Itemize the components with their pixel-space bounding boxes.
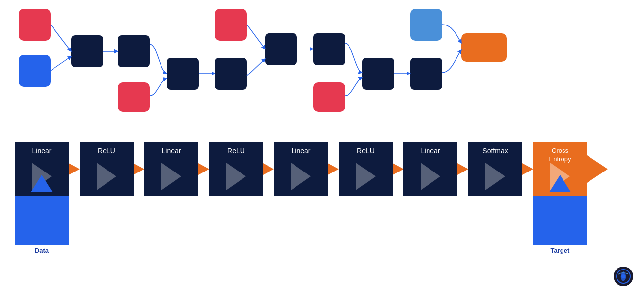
data-block [15,196,69,245]
svg-rect-11 [362,58,394,90]
target-label: Target [533,247,587,254]
arrow-right-icon [134,163,144,175]
svg-rect-3 [118,35,150,67]
input-indicator-icon [549,175,571,192]
svg-rect-2 [71,35,103,67]
arrow-icon [291,163,311,190]
pipeline-section: Linear Data ReLU Linear ReLU [0,127,644,295]
svg-rect-0 [19,9,51,41]
wandb-logo [613,266,634,287]
arrow-icon [226,163,246,190]
linear4-block: Linear [403,142,457,196]
arrow-right-icon [69,163,80,175]
cross-entropy-label: CrossEntropy [549,147,571,164]
data-label: Data [15,247,69,254]
svg-rect-10 [313,82,345,112]
svg-rect-14 [461,33,507,62]
linear1-block: Linear [15,142,69,196]
arrow-icon [161,163,181,190]
relu3-label: ReLU [357,147,375,155]
connector4 [263,142,274,196]
arrow-icon [356,163,376,190]
linear1-label: Linear [32,147,52,155]
connector2 [134,142,144,196]
svg-rect-9 [313,33,345,65]
softmax-label: Sotfmax [483,147,508,155]
arrow-icon [485,163,505,190]
svg-rect-5 [167,58,199,90]
arrow-right-icon [457,163,468,175]
relu1-label: ReLU [98,147,115,155]
svg-rect-1 [19,55,51,87]
linear2-label: Linear [162,147,181,155]
final-arrow [587,142,608,196]
arrow-right-icon [522,163,533,175]
svg-rect-7 [215,9,247,41]
softmax-block: Sotfmax [468,142,522,196]
arrow-right-icon [263,163,274,175]
arrow-right-icon [328,163,339,175]
cross-entropy-block: CrossEntropy [533,142,587,196]
target-block [533,196,587,245]
svg-rect-4 [118,82,150,112]
network-diagram [0,0,644,127]
relu3-block: ReLU [339,142,393,196]
connector7 [457,142,468,196]
linear3-block: Linear [274,142,328,196]
linear4-label: Linear [421,147,440,155]
arrow-right-icon [393,163,403,175]
connector3 [198,142,209,196]
relu2-block: ReLU [209,142,263,196]
linear3-label: Linear [292,147,311,155]
arrow-right-icon [198,163,209,175]
relu1-block: ReLU [80,142,134,196]
arrow-icon [421,163,440,190]
final-arrow-icon [587,155,608,183]
svg-rect-13 [410,9,442,41]
svg-point-16 [621,274,625,278]
svg-rect-8 [265,33,297,65]
arrow-icon [97,163,116,190]
connector5 [328,142,339,196]
svg-rect-12 [410,58,442,90]
input-indicator-icon [31,175,53,192]
connector8 [522,142,533,196]
relu2-label: ReLU [227,147,245,155]
connector1 [69,142,80,196]
connector6 [393,142,403,196]
linear2-block: Linear [144,142,198,196]
svg-rect-6 [215,58,247,90]
